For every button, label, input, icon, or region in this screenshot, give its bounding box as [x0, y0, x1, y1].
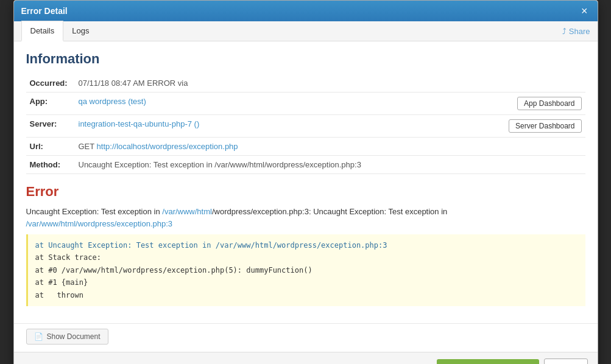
method-label: Method: [26, 156, 75, 174]
info-row-url: Url: GET http://localhost/wordpress/exce… [26, 138, 585, 156]
show-document-button[interactable]: 📄 Show Document [26, 329, 108, 345]
url-value: GET http://localhost/wordpress/exception… [75, 138, 475, 156]
info-row-server: Server: integration-test-qa-ubuntu-php-7… [26, 115, 585, 138]
app-label: App: [26, 93, 75, 115]
server-label: Server: [26, 115, 75, 138]
tab-logs[interactable]: Logs [63, 21, 97, 41]
info-row-occurred: Occurred: 07/11/18 08:47 AM ERROR via [26, 74, 585, 93]
error-message: Uncaught Exception: Test exception in /v… [26, 206, 585, 229]
modal-tabs: Details Logs ⤴ Share [14, 21, 598, 41]
stack-line-3: at #1 {main} [35, 276, 578, 289]
document-icon: 📄 [34, 332, 43, 341]
server-dashboard-cell: Server Dashboard [475, 115, 585, 138]
show-document-label: Show Document [47, 332, 101, 341]
app-value: qa wordpress (test) [75, 93, 475, 115]
information-section-title: Information [26, 51, 585, 67]
share-icon: ⤴ [562, 27, 567, 36]
url-link[interactable]: http://localhost/wordpress/exception.php [97, 142, 238, 151]
modal-footer: View All Occurrences Close [14, 352, 598, 364]
error-link2[interactable]: /var/www/html/wordpress/exception.php:3 [26, 219, 173, 228]
stack-line-0: at Uncaught Exception: Test exception in… [35, 239, 578, 251]
occurred-value: 07/11/18 08:47 AM ERROR via [75, 74, 475, 93]
error-detail-modal: Error Detail × Details Logs ⤴ Share Info… [13, 0, 598, 364]
info-row-method: Method: Uncaught Exception: Test excepti… [26, 156, 585, 174]
error-link[interactable]: /var/www/html [162, 207, 212, 216]
information-table: Occurred: 07/11/18 08:47 AM ERROR via Ap… [26, 74, 585, 174]
server-link[interactable]: integration-test-qa-ubuntu-php-7 () [79, 119, 200, 128]
stack-line-1: at Stack trace: [35, 251, 578, 264]
share-label: Share [569, 27, 590, 36]
app-dashboard-cell: App Dashboard [475, 93, 585, 115]
tab-details[interactable]: Details [21, 21, 64, 41]
error-stack: at Uncaught Exception: Test exception in… [26, 234, 585, 306]
app-link[interactable]: qa wordpress (test) [79, 97, 146, 106]
stack-line-2: at #0 /var/www/html/wordpress/exception.… [35, 264, 578, 276]
stack-line-4: at thrown [35, 289, 578, 301]
modal-body: Information Occurred: 07/11/18 08:47 AM … [14, 41, 598, 323]
error-section-title: Error [26, 184, 585, 200]
server-value: integration-test-qa-ubuntu-php-7 () [75, 115, 475, 138]
modal-close-button[interactable]: × [579, 5, 590, 16]
modal-title: Error Detail [21, 6, 68, 16]
info-row-app: App: qa wordpress (test) App Dashboard [26, 93, 585, 115]
view-all-occurrences-button[interactable]: View All Occurrences [437, 359, 539, 364]
app-dashboard-button[interactable]: App Dashboard [517, 97, 581, 110]
server-dashboard-button[interactable]: Server Dashboard [509, 119, 581, 133]
show-document-section: 📄 Show Document [14, 323, 598, 352]
modal-header: Error Detail × [14, 1, 598, 21]
method-value: Uncaught Exception: Test exception in /v… [75, 156, 475, 174]
share-button[interactable]: ⤴ Share [562, 27, 590, 36]
url-label: Url: [26, 138, 75, 156]
close-button[interactable]: Close [544, 359, 587, 364]
occurred-label: Occurred: [26, 74, 75, 93]
